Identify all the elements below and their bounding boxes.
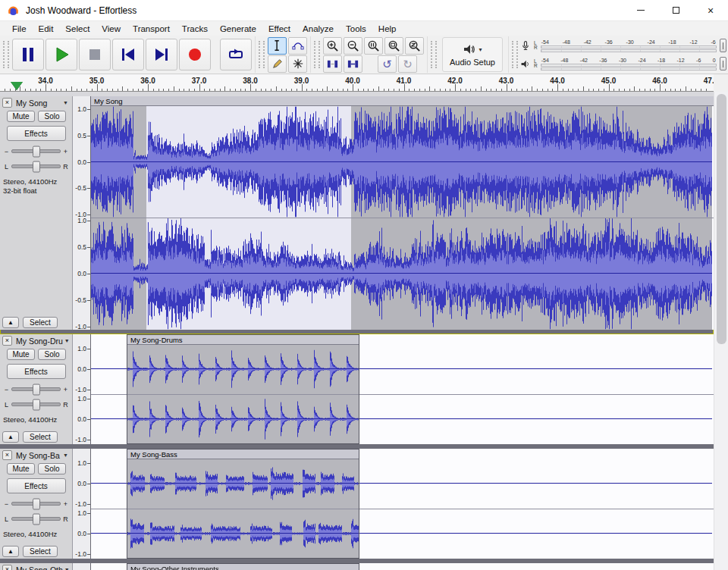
pan-slider[interactable]: LR xyxy=(3,399,69,409)
envelope-tool-button[interactable] xyxy=(288,37,307,55)
menu-effect[interactable]: Effect xyxy=(262,23,297,34)
gain-groove[interactable] xyxy=(11,502,61,506)
loop-button[interactable] xyxy=(220,39,252,70)
vertical-scale-ruler[interactable]: 1.00.0-1.01.00.0-1.0 xyxy=(73,449,91,559)
mute-button[interactable]: Mute xyxy=(7,463,35,474)
pan-slider[interactable]: LR xyxy=(3,161,69,171)
pause-button[interactable] xyxy=(12,39,44,70)
vertical-scale-ruler[interactable]: 1.00.50.0-0.5-1.01.00.50.0-0.5-1.0 xyxy=(73,96,91,330)
toolbar-grip[interactable] xyxy=(431,41,437,68)
select-button[interactable]: Select xyxy=(23,431,58,443)
menu-analyze[interactable]: Analyze xyxy=(297,23,340,34)
track-close-button[interactable]: × xyxy=(2,336,12,346)
vertical-scale-ruler[interactable]: 1.00.0-1.01.00.0-1.0 xyxy=(73,334,91,444)
menu-file[interactable]: File xyxy=(6,23,33,34)
pan-thumb[interactable] xyxy=(33,513,40,525)
scrollbar-thumb[interactable] xyxy=(717,94,726,344)
multi-tool-button[interactable] xyxy=(288,55,307,73)
track-close-button[interactable]: × xyxy=(2,565,12,570)
skip-to-start-button[interactable] xyxy=(112,39,144,70)
toolbar-grip[interactable] xyxy=(512,41,518,68)
waveform-display[interactable]: My Song-Drums xyxy=(91,334,714,444)
menu-transport[interactable]: Transport xyxy=(127,23,176,34)
mute-button[interactable]: Mute xyxy=(7,349,35,360)
playback-meter[interactable]: LR -54-48-42-36-30-24-18-12-60 xyxy=(520,55,726,72)
undo-button[interactable]: ↺ xyxy=(378,55,397,73)
track-close-button[interactable]: × xyxy=(2,98,12,108)
gain-thumb[interactable] xyxy=(33,146,40,157)
menu-tools[interactable]: Tools xyxy=(340,23,372,34)
select-button[interactable]: Select xyxy=(23,546,58,557)
audio-clip[interactable]: My Song-Bass xyxy=(127,449,359,559)
waveform-display[interactable]: My Song-Bass xyxy=(91,449,714,559)
audio-setup-button[interactable]: ▾ Audio Setup xyxy=(442,37,503,72)
playback-meter-slider[interactable] xyxy=(720,57,726,70)
toolbar-grip[interactable] xyxy=(314,41,320,68)
menu-tracks[interactable]: Tracks xyxy=(176,23,214,34)
fit-selection-button[interactable] xyxy=(364,37,383,55)
collapse-button[interactable]: ▲ xyxy=(2,546,19,557)
gain-groove[interactable] xyxy=(11,387,61,391)
trim-audio-button[interactable] xyxy=(323,55,342,73)
vertical-scale-ruler[interactable] xyxy=(73,563,91,570)
vertical-scrollbar[interactable] xyxy=(714,92,728,570)
pan-thumb[interactable] xyxy=(33,161,40,172)
waveform-display[interactable]: My Song xyxy=(91,96,714,330)
pan-groove[interactable] xyxy=(11,517,61,521)
clip-header[interactable]: My Song-Drums xyxy=(127,335,359,345)
redo-button[interactable]: ↻ xyxy=(398,55,417,73)
clip-header[interactable]: My Song-Bass xyxy=(127,449,359,459)
track-close-button[interactable]: × xyxy=(2,450,12,460)
track-name-menu[interactable]: My Song▼ xyxy=(14,98,70,108)
fit-project-button[interactable] xyxy=(384,37,403,55)
menu-edit[interactable]: Edit xyxy=(33,23,60,34)
play-button[interactable] xyxy=(46,39,77,70)
waveform-display[interactable]: My Song-Other Instruments xyxy=(91,563,714,570)
track-name-menu[interactable]: My Song-Oth▼ xyxy=(14,565,70,570)
timeline-pin-marker[interactable] xyxy=(11,82,23,90)
toolbar-grip[interactable] xyxy=(3,41,9,68)
collapse-button[interactable]: ▲ xyxy=(2,431,19,443)
zoom-in-button[interactable] xyxy=(323,37,342,55)
record-button[interactable] xyxy=(179,39,211,70)
pan-slider[interactable]: LR xyxy=(3,514,69,524)
track-name-menu[interactable]: My Song-Dru▼ xyxy=(14,336,70,346)
solo-button[interactable]: Solo xyxy=(38,111,66,122)
effects-button[interactable]: Effects xyxy=(7,126,66,141)
gain-thumb[interactable] xyxy=(33,384,40,395)
gain-slider[interactable]: −+ xyxy=(3,499,69,509)
clip-header[interactable]: My Song-Other Instruments xyxy=(127,564,359,570)
mute-button[interactable]: Mute xyxy=(7,111,35,122)
gain-groove[interactable] xyxy=(11,149,61,153)
zoom-out-button[interactable] xyxy=(344,37,362,55)
maximize-button[interactable] xyxy=(658,0,693,20)
audio-clip[interactable]: My Song-Drums xyxy=(127,334,359,444)
selection-tool-button[interactable] xyxy=(268,37,287,55)
menu-select[interactable]: Select xyxy=(59,23,96,34)
audio-clip[interactable]: My Song-Other Instruments xyxy=(127,563,359,570)
gain-slider[interactable]: −+ xyxy=(3,384,69,394)
track-name-menu[interactable]: My Song-Ba▼ xyxy=(14,450,70,460)
pan-thumb[interactable] xyxy=(33,399,40,410)
solo-button[interactable]: Solo xyxy=(38,349,66,360)
minimize-button[interactable] xyxy=(623,0,658,20)
close-button[interactable]: × xyxy=(693,0,728,20)
stop-button[interactable] xyxy=(79,39,111,70)
draw-tool-button[interactable] xyxy=(268,55,287,73)
menu-generate[interactable]: Generate xyxy=(214,23,262,34)
skip-to-end-button[interactable] xyxy=(146,39,177,70)
zoom-toggle-button[interactable] xyxy=(405,37,424,55)
solo-button[interactable]: Solo xyxy=(38,463,66,474)
pan-groove[interactable] xyxy=(11,402,61,406)
gain-slider[interactable]: −+ xyxy=(3,146,69,156)
collapse-button[interactable]: ▲ xyxy=(2,317,19,328)
recording-meter-slider[interactable] xyxy=(720,39,726,52)
menu-help[interactable]: Help xyxy=(372,23,403,34)
menu-view[interactable]: View xyxy=(96,23,127,34)
effects-button[interactable]: Effects xyxy=(7,478,66,493)
pan-groove[interactable] xyxy=(11,164,61,168)
effects-button[interactable]: Effects xyxy=(7,364,66,379)
gain-thumb[interactable] xyxy=(33,498,40,509)
waveform-canvas[interactable] xyxy=(91,106,712,218)
timeline-ruler[interactable]: 34.035.036.037.038.039.040.041.042.043.0… xyxy=(0,74,714,92)
